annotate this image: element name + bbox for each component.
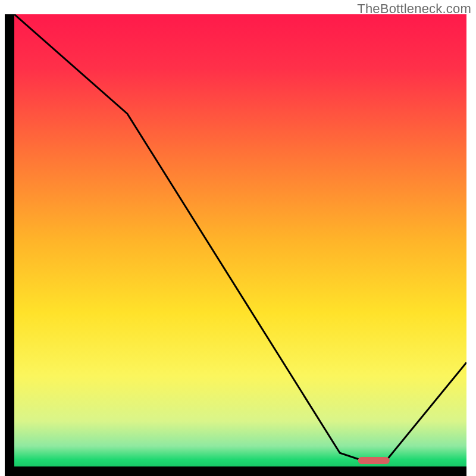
chart-container: TheBottleneck.com [0,0,476,476]
bottleneck-chart [0,0,476,476]
watermark-text: TheBottleneck.com [357,1,471,17]
plot-background-gradient [14,14,466,466]
optimal-range-marker [358,457,390,464]
x-axis [5,466,466,476]
y-axis [5,14,14,476]
